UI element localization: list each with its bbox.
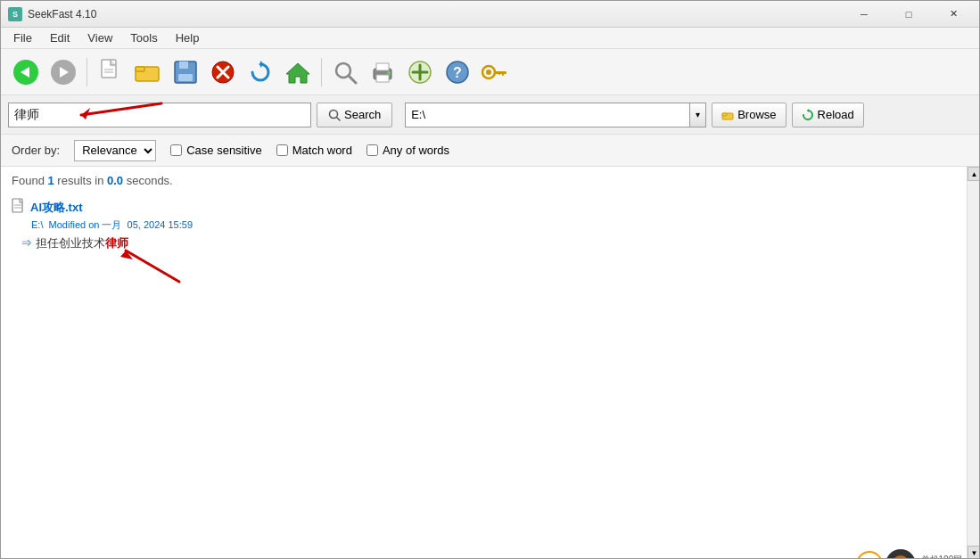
svg-marker-15 xyxy=(260,61,264,68)
svg-rect-21 xyxy=(376,75,389,82)
svg-point-33 xyxy=(330,110,338,118)
search-toolbar-button[interactable] xyxy=(327,54,363,90)
app-title: SeekFast 4.10 xyxy=(28,8,844,21)
match-word-label: Match word xyxy=(292,144,352,157)
order-by-select[interactable]: Relevance Date Name Size xyxy=(74,140,156,161)
path-input[interactable] xyxy=(405,103,690,127)
main-content: Found 1 results in 0.0 seconds. xyxy=(1,167,980,559)
path-dropdown[interactable]: ▾ xyxy=(690,103,706,127)
back-button[interactable] xyxy=(8,54,44,90)
match-word-group[interactable]: Match word xyxy=(276,144,352,157)
svg-line-34 xyxy=(337,118,340,120)
watermark-icon: + xyxy=(856,551,883,559)
result-meta: E:\ Modified on 一月 05, 2024 15:59 xyxy=(31,218,956,232)
snippet-text-before: 担任创业技术 xyxy=(36,236,105,250)
result-filename-text: AI攻略.txt xyxy=(30,200,83,216)
search-button[interactable]: Search xyxy=(317,103,392,127)
maximize-button[interactable]: □ xyxy=(888,4,929,24)
watermark-text: 单机100网 danji100.com xyxy=(921,554,974,560)
match-word-checkbox[interactable] xyxy=(276,144,288,156)
menu-bar: File Edit View Tools Help xyxy=(1,28,980,49)
any-of-words-group[interactable]: Any of words xyxy=(366,144,449,157)
toolbar-sep-2 xyxy=(321,58,322,86)
summary-middle: results in xyxy=(57,174,107,187)
toolbar: ? xyxy=(1,49,980,95)
menu-tools[interactable]: Tools xyxy=(121,29,166,46)
result-snippet: ⇒ 担任创业技术律师 xyxy=(21,235,956,251)
search-bar: Search ▾ Browse Reload xyxy=(1,95,980,135)
watermark-logo xyxy=(885,549,916,559)
snippet-highlight: 律师 xyxy=(105,236,128,250)
stop-button[interactable] xyxy=(205,54,241,90)
reload-button-label: Reload xyxy=(818,108,854,121)
close-button[interactable]: ✕ xyxy=(933,4,974,24)
svg-rect-31 xyxy=(502,71,504,76)
browse-button-label: Browse xyxy=(737,108,776,121)
add-button[interactable] xyxy=(402,54,438,90)
results-container: Found 1 results in 0.0 seconds. xyxy=(1,167,967,559)
title-bar: S SeekFast 4.10 ─ □ ✕ xyxy=(1,1,980,28)
svg-rect-11 xyxy=(178,74,193,81)
menu-help[interactable]: Help xyxy=(167,29,209,46)
home-button[interactable] xyxy=(280,54,316,90)
file-doc-icon xyxy=(12,198,26,217)
svg-text:?: ? xyxy=(453,65,462,80)
case-sensitive-label: Case sensitive xyxy=(186,144,262,157)
print-button[interactable] xyxy=(365,54,400,90)
toolbar-sep-1 xyxy=(86,58,87,86)
watermark-label: 单机100网 xyxy=(921,554,974,560)
new-button[interactable] xyxy=(93,54,128,90)
any-of-words-label: Any of words xyxy=(383,144,449,157)
menu-edit[interactable]: Edit xyxy=(41,29,78,46)
search-input[interactable] xyxy=(8,103,311,127)
summary-suffix: seconds. xyxy=(127,174,173,187)
browse-button[interactable]: Browse xyxy=(712,103,786,127)
svg-line-18 xyxy=(349,76,356,83)
open-button[interactable] xyxy=(130,54,166,90)
key-button[interactable] xyxy=(477,54,513,90)
result-filename[interactable]: AI攻略.txt xyxy=(12,198,956,217)
reload-button[interactable]: Reload xyxy=(792,103,864,127)
svg-point-29 xyxy=(486,70,491,75)
app-icon: S xyxy=(8,7,22,21)
results-summary: Found 1 results in 0.0 seconds. xyxy=(12,174,956,187)
refresh-button[interactable] xyxy=(243,54,278,90)
svg-rect-32 xyxy=(498,71,500,75)
options-bar: Order by: Relevance Date Name Size Case … xyxy=(1,135,980,167)
svg-rect-8 xyxy=(136,67,144,71)
any-of-words-checkbox[interactable] xyxy=(366,144,378,156)
snippet-arrow: ⇒ xyxy=(21,236,36,250)
help-button[interactable]: ? xyxy=(440,54,475,90)
svg-rect-4 xyxy=(102,60,116,78)
scrollbar-up[interactable]: ▲ xyxy=(968,167,981,181)
svg-marker-16 xyxy=(286,63,309,83)
order-by-label: Order by: xyxy=(12,144,60,157)
scrollbar-track: ▲ ▼ xyxy=(967,167,980,559)
svg-point-22 xyxy=(387,71,391,75)
results-count: 1 xyxy=(47,174,54,187)
svg-point-41 xyxy=(892,555,910,559)
watermark: + 单机100网 danji100.com xyxy=(856,549,974,559)
results-time: 0.0 xyxy=(107,174,123,187)
save-button[interactable] xyxy=(168,54,203,90)
result-item: AI攻略.txt E:\ Modified on 一月 05, 2024 15:… xyxy=(12,198,956,251)
svg-marker-37 xyxy=(808,109,810,112)
svg-rect-10 xyxy=(179,62,188,69)
menu-file[interactable]: File xyxy=(4,29,41,46)
minimize-button[interactable]: ─ xyxy=(844,4,885,24)
search-button-label: Search xyxy=(344,108,381,121)
summary-found: Found xyxy=(12,174,47,187)
menu-view[interactable]: View xyxy=(78,29,121,46)
svg-rect-36 xyxy=(722,113,727,116)
case-sensitive-checkbox[interactable] xyxy=(170,144,182,156)
window-controls: ─ □ ✕ xyxy=(844,4,974,24)
forward-button[interactable] xyxy=(45,54,81,90)
case-sensitive-group[interactable]: Case sensitive xyxy=(170,144,262,157)
svg-rect-20 xyxy=(376,63,389,70)
